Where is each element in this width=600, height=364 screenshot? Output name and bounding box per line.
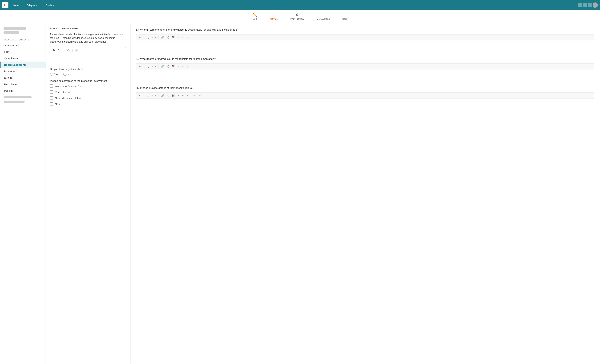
sidebar-item-industry[interactable]: Industry xyxy=(0,88,46,94)
editor-image-55[interactable]: 🖼 xyxy=(171,94,176,97)
checkbox-women-finance[interactable]: Women in Finance Cha xyxy=(50,84,126,88)
editor-underline-54[interactable]: U xyxy=(146,65,150,68)
question-54-title: 54. Who (teams or individuals) is respon… xyxy=(136,57,594,61)
categories-label: CATEGORIES xyxy=(0,43,46,48)
activate-icon: ✓ xyxy=(272,13,275,17)
editor-bold-btn[interactable]: B xyxy=(52,48,56,52)
editor-align-center-55[interactable]: ≡ xyxy=(181,94,185,97)
nav-new[interactable]: New ▼ xyxy=(11,3,23,8)
editor-image-53[interactable]: 🖼 xyxy=(171,36,176,39)
editor-align-center-53[interactable]: ≡ xyxy=(181,36,185,39)
editor-list-55[interactable]: ≡ xyxy=(185,94,189,97)
edit-button[interactable]: ✏️ Edit xyxy=(251,11,259,22)
editor-align-left-54[interactable]: ≡ xyxy=(177,65,180,68)
question-53-editor: B I U </> 🔗 ❴ 🖼 ≡ ≡ ≡ ↶ ↷ xyxy=(136,34,594,52)
editor-link-btn[interactable]: 🔗 xyxy=(74,48,79,52)
radio-no[interactable]: No xyxy=(63,73,71,76)
editor-undo-53[interactable]: ↶ xyxy=(192,36,197,39)
editor-align-left-55[interactable]: ≡ xyxy=(177,94,180,97)
user-avatar[interactable] xyxy=(593,2,598,8)
nav-grid-icon-3[interactable] xyxy=(588,3,591,7)
editor-bold-55[interactable]: B xyxy=(138,94,142,97)
sidebar-placeholder-item-1 xyxy=(3,96,32,98)
editor-code-55[interactable]: </> xyxy=(151,94,157,97)
topnav-right-controls xyxy=(578,2,598,8)
editor-bold-54[interactable]: B xyxy=(138,65,142,68)
editor-undo-55[interactable]: ↶ xyxy=(192,94,197,97)
standard-template-label: STANDARD TEMPLATE xyxy=(0,37,46,43)
more-actions-button[interactable]: ··· More Actions xyxy=(314,11,332,22)
editor-code-btn[interactable]: </> xyxy=(65,48,71,52)
left-panel: BOARD/LEADERSHIP Please share details of… xyxy=(46,23,130,364)
sidebar-item-board-leadership[interactable]: Board/Leadership xyxy=(0,62,46,68)
editor-quote-53[interactable]: ❴ xyxy=(166,36,170,39)
editor-italic-btn[interactable]: I xyxy=(57,48,60,52)
checkbox-other-diversity[interactable]: Other diversity-relatec xyxy=(50,96,126,100)
editor-list-53[interactable]: ≡ xyxy=(185,36,189,39)
radio-circle-no xyxy=(63,73,66,76)
editor-toolbar-53: B I U </> 🔗 ❴ 🖼 ≡ ≡ ≡ ↶ ↷ xyxy=(136,35,594,40)
editor-body-53[interactable] xyxy=(136,40,594,52)
content-area: BOARD/LEADERSHIP Please share details of… xyxy=(46,23,600,364)
sidebar-item-recruitment[interactable]: Recruitment xyxy=(0,81,46,88)
editor-image-54[interactable]: 🖼 xyxy=(171,65,176,68)
nav-dash[interactable]: Dash ▼ xyxy=(44,3,56,8)
editor-align-left-53[interactable]: ≡ xyxy=(177,36,180,39)
editor-quote-54[interactable]: ❴ xyxy=(166,65,170,68)
editor-body-55[interactable] xyxy=(136,99,594,110)
editor-toolbar-55: B I U </> 🔗 ❴ 🖼 ≡ ≡ ≡ ↶ ↷ xyxy=(136,93,594,99)
yes-no-radio-group: Yes No xyxy=(50,73,126,76)
editor-underline-55[interactable]: U xyxy=(146,94,150,97)
editor-redo-54[interactable]: ↷ xyxy=(197,65,202,68)
editor-code-53[interactable]: </> xyxy=(151,36,157,39)
nav-grid-icon-2[interactable] xyxy=(583,3,587,7)
print-preview-button[interactable]: 🖨 Print Preview xyxy=(288,11,306,22)
editor-bold-53[interactable]: B xyxy=(138,36,142,39)
nav-diligence[interactable]: Diligence ▼ xyxy=(25,3,42,8)
editor-underline-btn[interactable]: U xyxy=(60,48,65,52)
nav-grid-icon-1[interactable] xyxy=(578,3,582,7)
editor-undo-54[interactable]: ↶ xyxy=(192,65,197,68)
sidebar-item-promotion[interactable]: Promotion xyxy=(0,68,46,75)
editor-body-1[interactable] xyxy=(50,53,126,64)
editor-align-center-54[interactable]: ≡ xyxy=(181,65,185,68)
checkbox-other[interactable]: Other xyxy=(50,102,126,105)
sidebar-item-quantitative[interactable]: Quantitative xyxy=(0,55,46,62)
sidebar-item-firm[interactable]: Firm xyxy=(0,48,46,55)
main-layout: STANDARD TEMPLATE CATEGORIES Firm Quanti… xyxy=(0,23,600,364)
editor-redo-55[interactable]: ↷ xyxy=(197,94,202,97)
editor-italic-55[interactable]: I xyxy=(142,94,146,97)
editor-italic-54[interactable]: I xyxy=(142,65,146,68)
radio-yes[interactable]: Yes xyxy=(50,73,58,76)
editor-body-54[interactable] xyxy=(136,69,594,81)
editor-link-53[interactable]: 🔗 xyxy=(160,36,165,39)
editor-quote-55[interactable]: ❴ xyxy=(166,94,170,97)
question-block-54: 54. Who (teams or individuals) is respon… xyxy=(136,57,594,81)
editor-divider-54-2 xyxy=(191,65,191,68)
editor-toolbar-54: B I U </> 🔗 ❴ 🖼 ≡ ≡ ≡ ↶ ↷ xyxy=(136,64,594,69)
checkbox-sq-other-diversity xyxy=(50,96,53,100)
chevron-down-icon: ▼ xyxy=(19,4,21,6)
activate-button[interactable]: ✓ Activate xyxy=(268,11,280,22)
checkbox-sq-other xyxy=(50,102,53,105)
editor-divider-55-2 xyxy=(191,94,191,97)
sidebar-placeholder-title xyxy=(3,27,26,30)
sidebar-placeholder-item-2 xyxy=(3,101,25,103)
editor-link-55[interactable]: 🔗 xyxy=(160,94,165,97)
checkbox-group: Women in Finance Cha Race at work Other … xyxy=(50,84,126,105)
diversity-question: Do you have any diversity ta xyxy=(50,67,126,71)
chevron-down-icon: ▼ xyxy=(38,4,40,6)
ellipsis-icon: ··· xyxy=(322,13,325,17)
editor-italic-53[interactable]: I xyxy=(142,36,146,39)
logo[interactable]: D xyxy=(2,2,9,8)
editor-code-54[interactable]: </> xyxy=(151,65,157,68)
checkbox-race-at-work[interactable]: Race at work xyxy=(50,90,126,93)
editor-divider-54-1 xyxy=(158,65,159,68)
sidebar-item-culture[interactable]: Culture xyxy=(0,75,46,81)
back-button[interactable]: ↩ Back xyxy=(340,11,350,22)
editor-redo-53[interactable]: ↷ xyxy=(197,36,202,39)
question-block-53: 53. Who (in terms of teams or individual… xyxy=(136,28,594,52)
editor-underline-53[interactable]: U xyxy=(146,36,150,39)
editor-list-54[interactable]: ≡ xyxy=(185,65,189,68)
editor-link-54[interactable]: 🔗 xyxy=(160,65,165,68)
